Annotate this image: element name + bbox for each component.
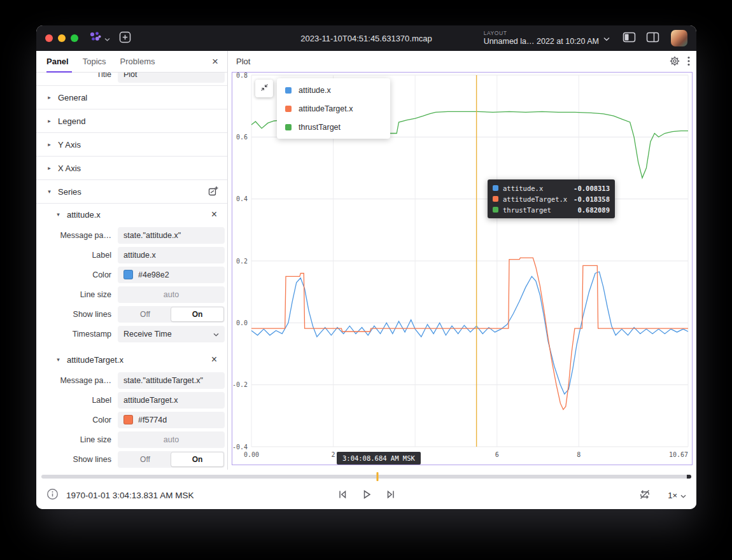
color-input[interactable]: #4e98e2 [118, 267, 225, 283]
svg-text:0.00: 0.00 [244, 451, 259, 458]
plot-legend: attitude.x attitudeTarget.x thrustTarget [277, 78, 390, 139]
playback-speed-selector[interactable]: 1× [668, 491, 686, 500]
layout-name: Unnamed la… 2022 at 10:20 AM [484, 37, 599, 46]
message-path-row: Message pa… state."attitudeTarget.x" [36, 370, 227, 390]
label-field-label: Label [36, 396, 118, 405]
close-sidebar-button[interactable]: × [209, 55, 221, 68]
section-label: Y Axis [58, 140, 81, 150]
svg-text:-0.4: -0.4 [232, 444, 248, 451]
color-row: Color #4e98e2 [36, 265, 227, 284]
close-window-button[interactable] [45, 34, 53, 42]
series-color-swatch [493, 196, 498, 202]
info-icon[interactable] [46, 488, 59, 503]
seek-forward-button[interactable] [384, 488, 397, 503]
play-icon [360, 488, 373, 503]
legend-item-thrust-target[interactable]: thrustTarget [277, 118, 390, 136]
panel-menu-button[interactable] [687, 56, 690, 68]
section-x-axis[interactable]: ▸ X Axis [36, 157, 227, 180]
panel-settings-sidebar: Panel Topics Problems × Title Plot ▸ Gen… [36, 51, 228, 470]
toggle-right-sidebar-button[interactable] [646, 32, 659, 45]
line-size-label: Line size [36, 435, 118, 444]
title-input[interactable]: Plot [118, 73, 225, 83]
tab-topics[interactable]: Topics [76, 51, 113, 72]
color-input[interactable]: #f5774d [118, 412, 225, 428]
tooltip-value: -0.008313 [574, 185, 610, 192]
layout-label: LAYOUT [484, 31, 599, 37]
line-size-input[interactable]: auto [118, 431, 225, 448]
line-size-label: Line size [36, 290, 118, 299]
layout-selector[interactable]: LAYOUT Unnamed la… 2022 at 10:20 AM [484, 31, 610, 46]
legend-item-attitude-x[interactable]: attitude.x [277, 81, 390, 99]
seek-bar[interactable] [41, 472, 691, 481]
titlebar-actions [623, 32, 659, 45]
caret-down-icon: ▾ [46, 188, 52, 195]
show-lines-on-button[interactable]: On [171, 307, 223, 321]
section-label: General [58, 93, 87, 102]
label-input[interactable]: attitude.x [118, 247, 225, 263]
caret-down-icon: ▾ [55, 211, 61, 218]
line-size-input[interactable]: auto [118, 286, 225, 303]
tab-panel[interactable]: Panel [46, 51, 76, 72]
add-panel-button[interactable] [119, 31, 131, 45]
label-input[interactable]: attitudeTarget.x [118, 392, 225, 409]
series-color-swatch [285, 106, 292, 112]
series-color-swatch [493, 185, 498, 191]
label-field-label: Label [36, 251, 118, 260]
series-attitude-target-x-header[interactable]: ▾ attitudeTarget.x × [36, 349, 227, 370]
chevron-down-icon [603, 32, 610, 44]
series-attitude-x-header[interactable]: ▾ attitude.x × [36, 204, 227, 225]
panel-actions [670, 56, 690, 68]
timestamp-value: Receive Time [123, 330, 172, 339]
color-field-label: Color [36, 270, 118, 279]
sidebar-tabs: Panel Topics Problems × [36, 51, 227, 73]
seek-end-marker [687, 475, 691, 479]
add-series-button[interactable] [208, 186, 218, 198]
minimize-window-button[interactable] [58, 34, 66, 42]
line-size-row: Line size auto [36, 430, 227, 449]
tooltip-row: attitudeTarget.x -0.018358 [493, 193, 610, 204]
toggle-left-sidebar-button[interactable] [623, 32, 636, 45]
seek-backward-button[interactable] [336, 488, 349, 503]
section-general[interactable]: ▸ General [36, 86, 227, 109]
timestamp-select[interactable]: Receive Time [118, 326, 225, 342]
transport-controls [336, 488, 397, 503]
chevron-down-icon [680, 491, 686, 500]
panel-settings-button[interactable] [670, 56, 680, 68]
avatar[interactable] [671, 30, 687, 46]
seek-track[interactable] [41, 475, 691, 479]
tab-problems[interactable]: Problems [113, 51, 162, 72]
line-size-row: Line size auto [36, 284, 227, 304]
message-path-input[interactable]: state."attitudeTarget.x" [118, 372, 225, 389]
collapse-legend-button[interactable] [255, 80, 273, 97]
app-menu-button[interactable] [88, 31, 110, 46]
show-lines-off-button[interactable]: Off [119, 452, 171, 466]
svg-text:10.67: 10.67 [669, 451, 688, 458]
collapse-arrows-icon [260, 83, 269, 94]
legend-label: attitude.x [299, 86, 331, 95]
caret-right-icon: ▸ [46, 118, 52, 124]
section-legend[interactable]: ▸ Legend [36, 109, 227, 133]
show-lines-off-button[interactable]: Off [119, 307, 171, 321]
show-lines-on-button[interactable]: On [171, 452, 223, 466]
show-lines-toggle: Off On [118, 306, 225, 323]
caret-right-icon: ▸ [46, 141, 52, 148]
zoom-window-button[interactable] [71, 34, 78, 42]
play-button[interactable] [360, 488, 373, 503]
legend-label: thrustTarget [299, 123, 341, 132]
remove-series-button[interactable]: × [210, 209, 218, 220]
section-y-axis[interactable]: ▸ Y Axis [36, 133, 227, 157]
message-path-input[interactable]: state."attitude.x" [118, 227, 225, 244]
svg-text:0.8: 0.8 [236, 73, 248, 79]
section-series[interactable]: ▾ Series [36, 180, 227, 204]
caret-right-icon: ▸ [46, 165, 52, 171]
remove-series-button[interactable]: × [210, 354, 218, 365]
plot-chart-area[interactable]: 0.80.60.40.20.0-0.2-0.40.00246810.67 att… [232, 72, 693, 465]
loop-toggle-button[interactable] [638, 488, 651, 503]
playhead-marker[interactable] [376, 472, 378, 481]
svg-text:0.4: 0.4 [236, 195, 248, 202]
gear-icon [670, 56, 680, 68]
caret-down-icon: ▾ [55, 356, 61, 363]
svg-text:0.6: 0.6 [236, 134, 248, 141]
current-timestamp: 1970-01-01 3:04:13.831 AM MSK [66, 491, 194, 500]
legend-item-attitude-target-x[interactable]: attitudeTarget.x [277, 99, 390, 118]
